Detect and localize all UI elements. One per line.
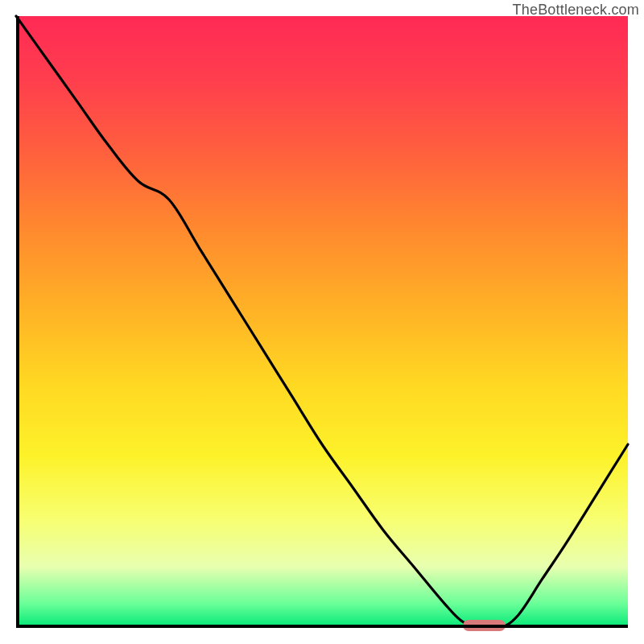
- watermark-text: TheBottleneck.com: [513, 2, 639, 19]
- curve-path: [16, 16, 628, 630]
- bottleneck-chart: TheBottleneck.com: [0, 0, 644, 644]
- x-axis: [16, 625, 628, 628]
- bottleneck-curve: [16, 16, 628, 628]
- y-axis: [16, 16, 19, 628]
